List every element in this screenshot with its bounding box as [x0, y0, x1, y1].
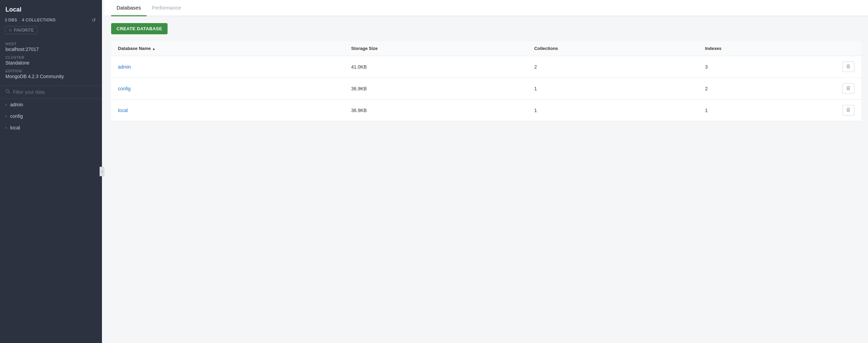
create-database-button[interactable]: CREATE DATABASE	[111, 23, 168, 34]
cluster-label: CLUSTER	[5, 55, 97, 59]
indexes-cell: 2	[698, 78, 835, 100]
delete-database-button[interactable]	[842, 83, 854, 94]
col-database-name[interactable]: Database Name ▲	[111, 41, 344, 56]
col-indexes: Indexes	[698, 41, 835, 56]
svg-rect-12	[847, 109, 850, 109]
sidebar-stats: 3 DBS 4 COLLECTIONS	[5, 18, 56, 22]
host-label: HOST	[5, 42, 97, 46]
collections-cell: 1	[527, 100, 698, 121]
star-icon: ☆	[8, 28, 12, 33]
favorite-button[interactable]: ☆ FAVORITE	[5, 26, 37, 34]
sidebar-nav-item[interactable]: › local	[0, 122, 102, 133]
svg-rect-2	[847, 65, 850, 66]
sidebar-item-label: local	[10, 125, 20, 130]
sidebar-item-label: config	[10, 113, 23, 119]
table-row: local 36.9KB 1 1	[111, 100, 861, 121]
storage-size-cell: 36.9KB	[344, 100, 527, 121]
col-actions	[835, 41, 861, 56]
chevron-right-icon: ›	[5, 102, 7, 107]
svg-rect-8	[847, 86, 849, 86]
col-storage-size: Storage Size	[344, 41, 527, 56]
collections-cell: 2	[527, 56, 698, 78]
tab-databases[interactable]: Databases	[111, 0, 146, 16]
chevron-right-icon: ›	[5, 114, 7, 119]
indexes-cell: 1	[698, 100, 835, 121]
sidebar-collapse-handle[interactable]	[100, 167, 104, 176]
table-row: config 36.9KB 1 2	[111, 78, 861, 100]
filter-input[interactable]	[13, 89, 97, 95]
content-area: CREATE DATABASE Database Name ▲ Storage …	[104, 16, 868, 343]
svg-rect-7	[847, 87, 850, 87]
edition-label: EDITION	[5, 69, 97, 73]
refresh-button[interactable]: ↺	[90, 17, 97, 23]
sidebar-stats-row: 3 DBS 4 COLLECTIONS ↺	[0, 17, 102, 26]
tabs-bar: Databases Performance	[104, 0, 868, 16]
collections-cell: 1	[527, 78, 698, 100]
databases-table: Database Name ▲ Storage Size Collections…	[111, 41, 861, 121]
db-name-link[interactable]: local	[118, 108, 128, 113]
sidebar-item-label: admin	[10, 102, 23, 107]
svg-rect-13	[847, 108, 849, 108]
sidebar: Local 3 DBS 4 COLLECTIONS ↺ ☆ FAVORITE H…	[0, 0, 102, 343]
tab-performance[interactable]: Performance	[146, 0, 187, 16]
cluster-value: Standalone	[5, 60, 97, 66]
db-name-link[interactable]: config	[118, 86, 131, 91]
sidebar-title: Local	[0, 0, 102, 17]
search-icon	[5, 89, 10, 95]
dbs-count: 3 DBS	[5, 18, 17, 22]
chevron-right-icon: ›	[5, 125, 7, 130]
favorite-label: FAVORITE	[14, 28, 34, 33]
svg-rect-3	[847, 64, 849, 65]
sidebar-nav-item[interactable]: › admin	[0, 99, 102, 110]
col-collections: Collections	[527, 41, 698, 56]
indexes-cell: 3	[698, 56, 835, 78]
collections-count: 4 COLLECTIONS	[22, 18, 56, 22]
delete-database-button[interactable]	[842, 105, 854, 115]
db-name-link[interactable]: admin	[118, 64, 131, 70]
sidebar-nav-item[interactable]: › config	[0, 110, 102, 122]
storage-size-cell: 41.0KB	[344, 56, 527, 78]
edition-value: MongoDB 4.2.3 Community	[5, 74, 97, 79]
storage-size-cell: 36.9KB	[344, 78, 527, 100]
host-value: localhost:27017	[5, 47, 97, 52]
svg-line-1	[8, 92, 10, 93]
sidebar-meta: HOST localhost:27017 CLUSTER Standalone …	[0, 39, 102, 85]
delete-database-button[interactable]	[842, 61, 854, 72]
table-row: admin 41.0KB 2 3	[111, 56, 861, 78]
sidebar-search	[0, 85, 102, 99]
main-panel: Databases Performance CREATE DATABASE Da…	[104, 0, 868, 343]
